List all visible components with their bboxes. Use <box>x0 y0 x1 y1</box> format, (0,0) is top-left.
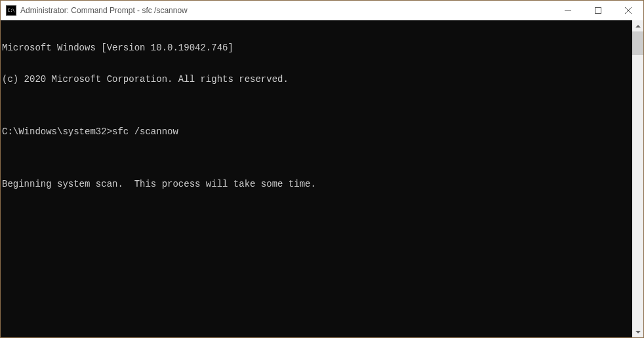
maximize-button[interactable] <box>583 1 613 20</box>
chevron-up-icon <box>635 25 641 28</box>
scrollbar-down-button[interactable] <box>632 326 643 337</box>
svg-rect-1 <box>595 8 601 14</box>
close-icon <box>625 7 632 14</box>
console-line: Microsoft Windows [Version 10.0.19042.74… <box>2 43 632 53</box>
minimize-icon <box>565 7 571 14</box>
console-line: (c) 2020 Microsoft Corporation. All righ… <box>2 74 632 84</box>
console-wrap: Microsoft Windows [Version 10.0.19042.74… <box>1 20 643 337</box>
console-output[interactable]: Microsoft Windows [Version 10.0.19042.74… <box>1 20 632 337</box>
close-button[interactable] <box>613 1 643 20</box>
vertical-scrollbar[interactable] <box>632 20 643 337</box>
cmd-icon-label: C:\ <box>7 9 14 13</box>
window-title: Administrator: Command Prompt - sfc /sca… <box>20 6 553 15</box>
console-line: Beginning system scan. This process will… <box>2 179 632 189</box>
chevron-down-icon <box>635 331 641 333</box>
command-prompt-window: C:\ Administrator: Command Prompt - sfc … <box>0 0 644 338</box>
window-controls <box>553 1 643 20</box>
scrollbar-thumb[interactable] <box>632 31 643 55</box>
minimize-button[interactable] <box>553 1 583 20</box>
scrollbar-up-button[interactable] <box>632 20 643 31</box>
maximize-icon <box>595 7 601 14</box>
cmd-icon: C:\ <box>6 5 16 16</box>
console-line: C:\Windows\system32>sfc /scannow <box>2 126 632 137</box>
scrollbar-track[interactable] <box>632 31 643 326</box>
titlebar[interactable]: C:\ Administrator: Command Prompt - sfc … <box>1 1 643 20</box>
